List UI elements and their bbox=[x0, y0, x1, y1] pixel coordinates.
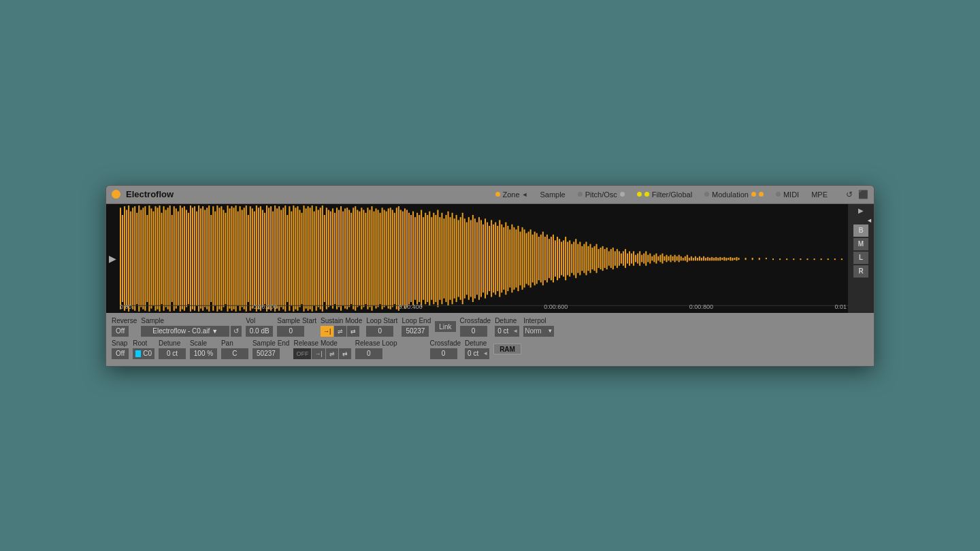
release-mode-off[interactable]: OFF bbox=[293, 348, 311, 359]
crossfade-group: Crossfade 0 bbox=[460, 317, 491, 337]
svg-rect-128 bbox=[384, 210, 385, 307]
window-dot[interactable] bbox=[112, 190, 120, 199]
svg-rect-58 bbox=[240, 206, 241, 311]
scale-group: Scale 100 % bbox=[190, 339, 217, 359]
svg-rect-26 bbox=[174, 206, 175, 311]
interpolation-label: Interpol bbox=[523, 317, 546, 324]
svg-rect-29 bbox=[180, 205, 181, 312]
svg-rect-131 bbox=[390, 207, 391, 309]
refresh-icon[interactable]: ↺ bbox=[844, 189, 855, 200]
svg-rect-283 bbox=[703, 256, 704, 260]
link-button[interactable]: Link bbox=[435, 321, 455, 332]
release-mode-btn-3[interactable]: ⇄ bbox=[339, 348, 351, 359]
svg-rect-302 bbox=[752, 257, 753, 259]
svg-rect-270 bbox=[676, 256, 678, 260]
snap-toggle[interactable]: Off bbox=[112, 348, 129, 359]
svg-rect-55 bbox=[233, 207, 235, 309]
svg-rect-33 bbox=[188, 212, 189, 303]
svg-rect-199 bbox=[530, 229, 532, 287]
svg-rect-208 bbox=[549, 239, 550, 278]
tab-zone[interactable]: Zone ◄ bbox=[490, 189, 533, 200]
svg-rect-124 bbox=[376, 208, 377, 308]
tab-filter-global[interactable]: Filter/Global bbox=[632, 189, 698, 200]
waveform-left-marker[interactable]: ▶ bbox=[109, 253, 116, 264]
release-loop-value[interactable]: 0 bbox=[355, 348, 382, 359]
svg-rect-102 bbox=[330, 211, 331, 305]
root-value[interactable]: C0 bbox=[133, 348, 154, 359]
svg-rect-266 bbox=[668, 256, 670, 260]
svg-rect-205 bbox=[542, 231, 544, 285]
svg-rect-40 bbox=[202, 206, 203, 311]
svg-rect-146 bbox=[421, 210, 422, 307]
time-600: 0:00:600 bbox=[544, 303, 568, 310]
tab-mpe[interactable]: MPE bbox=[806, 189, 833, 200]
svg-rect-149 bbox=[427, 215, 428, 302]
svg-rect-193 bbox=[517, 226, 519, 291]
crossfade-row2-value[interactable]: 0 bbox=[430, 348, 457, 359]
svg-rect-148 bbox=[425, 212, 426, 303]
svg-rect-118 bbox=[363, 210, 364, 307]
detune2-arrow[interactable]: ◄ bbox=[481, 350, 489, 356]
sustain-mode-btn-1[interactable]: →| bbox=[321, 326, 333, 337]
midi-label: MIDI bbox=[783, 190, 799, 199]
sample-refresh-button[interactable]: ↺ bbox=[231, 326, 242, 337]
pan-label: Pan bbox=[221, 339, 233, 347]
tab-sample[interactable]: Sample bbox=[534, 189, 570, 200]
svg-rect-73 bbox=[270, 206, 272, 311]
svg-rect-18 bbox=[157, 207, 159, 309]
svg-rect-295 bbox=[728, 257, 729, 259]
svg-rect-57 bbox=[238, 211, 239, 305]
svg-rect-258 bbox=[651, 256, 653, 260]
save-icon[interactable]: ⬛ bbox=[858, 189, 868, 200]
svg-rect-48 bbox=[218, 207, 220, 309]
filter-dot1 bbox=[637, 192, 642, 197]
scale-value[interactable]: 100 % bbox=[190, 348, 217, 359]
svg-rect-70 bbox=[264, 212, 265, 303]
detune-arrow[interactable]: ◄ bbox=[511, 328, 519, 334]
sample-dropdown[interactable]: Electroflow - C0.aif ▼ bbox=[141, 326, 229, 337]
waveform-display[interactable] bbox=[120, 204, 848, 313]
svg-rect-275 bbox=[687, 254, 688, 262]
channel-r-button[interactable]: R bbox=[853, 265, 868, 278]
release-mode-btn-1[interactable]: →| bbox=[312, 348, 325, 359]
interpolation-select[interactable]: Norm ▼ bbox=[523, 326, 554, 337]
sustain-mode-btn-3[interactable]: ⇄ bbox=[347, 326, 359, 337]
svg-rect-56 bbox=[235, 205, 237, 312]
svg-rect-4 bbox=[128, 205, 129, 312]
time-200: 0:00:200 bbox=[253, 303, 277, 310]
waveform-right-marker[interactable]: ▶ bbox=[858, 207, 864, 214]
loop-end-value[interactable]: 50237 bbox=[402, 326, 429, 337]
detune2-value-group: 0 ct ◄ bbox=[465, 348, 489, 359]
root-label: Root bbox=[133, 339, 147, 347]
svg-rect-126 bbox=[380, 212, 381, 303]
sample-end-label: Sample End bbox=[252, 339, 289, 347]
channel-b-button[interactable]: B bbox=[853, 224, 868, 237]
vol-value[interactable]: 0.0 dB bbox=[246, 326, 273, 337]
sample-start-value[interactable]: 0 bbox=[277, 326, 304, 337]
zoom-arrow[interactable]: ◄ bbox=[866, 217, 872, 224]
crossfade-value[interactable]: 0 bbox=[460, 326, 487, 337]
tab-pitch-osc[interactable]: Pitch/Osc bbox=[572, 189, 630, 200]
tab-modulation[interactable]: Modulation bbox=[699, 189, 769, 200]
release-mode-btn-2[interactable]: ⇌ bbox=[326, 348, 338, 359]
channel-m-button[interactable]: M bbox=[853, 238, 868, 250]
svg-rect-11 bbox=[142, 207, 144, 309]
detune-row2-value[interactable]: 0 ct bbox=[159, 348, 186, 359]
channel-l-button[interactable]: L bbox=[853, 252, 868, 264]
svg-rect-168 bbox=[466, 222, 468, 295]
svg-rect-263 bbox=[662, 253, 663, 263]
tab-midi[interactable]: MIDI bbox=[770, 189, 804, 200]
sustain-mode-btn-2[interactable]: ⇌ bbox=[334, 326, 346, 337]
pan-value[interactable]: C bbox=[221, 348, 248, 359]
loop-start-value[interactable]: 0 bbox=[366, 326, 393, 337]
svg-rect-21 bbox=[163, 206, 165, 311]
svg-rect-49 bbox=[220, 206, 222, 311]
reverse-toggle[interactable]: Off bbox=[112, 326, 129, 337]
svg-rect-143 bbox=[414, 217, 416, 300]
controls-area: Reverse Off Sample Electroflow - C0.aif … bbox=[106, 313, 874, 366]
filter-dot2 bbox=[644, 192, 649, 197]
ram-button[interactable]: RAM bbox=[493, 344, 521, 354]
svg-rect-117 bbox=[361, 207, 362, 309]
sample-end-value[interactable]: 50237 bbox=[252, 348, 280, 359]
zone-label: Zone bbox=[502, 190, 519, 199]
